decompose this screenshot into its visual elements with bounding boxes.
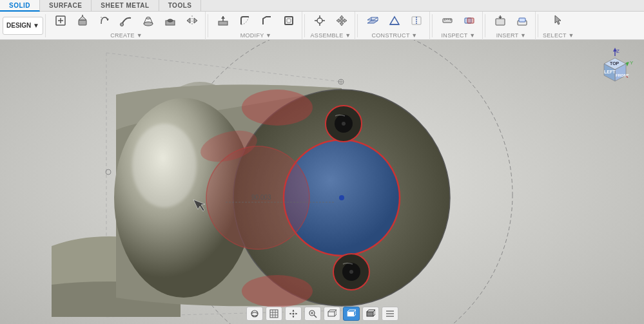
insert-mesh-btn[interactable] [490,13,511,31]
wireframe-btn[interactable] [324,307,340,321]
offset-plane-btn[interactable] [362,13,383,31]
svg-point-24 [317,18,322,23]
svg-rect-45 [496,19,505,25]
svg-marker-50 [555,15,561,24]
separator-7 [538,14,538,37]
svg-rect-23 [287,19,291,23]
fillet-icon [239,14,251,29]
inspect-label[interactable]: INSPECT ▼ [442,32,476,39]
move-btn[interactable] [331,13,352,31]
chamfer-icon [260,14,273,29]
svg-point-58 [132,124,197,207]
svg-text:TOP: TOP [610,61,620,66]
revolve-icon [98,14,111,29]
separator-5 [432,14,433,37]
interference-btn[interactable] [459,13,480,31]
pan-btn[interactable] [285,307,302,321]
svg-line-119 [347,310,349,312]
shaded-edges-btn[interactable] [362,307,379,321]
svg-point-63 [339,195,344,200]
midplane-icon [410,14,423,29]
separator-6 [485,14,485,37]
grid-btn[interactable] [266,307,282,321]
svg-text:Z: Z [616,48,620,54]
fillet-btn[interactable] [235,13,255,31]
construct-buttons [362,13,427,31]
shell-btn[interactable] [278,13,299,31]
svg-marker-104 [292,316,294,318]
display-btn[interactable] [382,307,398,321]
mirror-btn[interactable] [182,13,202,31]
shaded-edges-icon [366,309,375,318]
sweep-icon [120,14,133,29]
svg-marker-21 [221,16,225,19]
svg-rect-49 [519,18,525,22]
svg-text:LEFT: LEFT [604,70,616,74]
toolbar: SOLID SURFACE SHEET METAL TOOLS DESIGN ▼ [0,0,644,40]
create-label[interactable]: CREATE ▼ [110,32,142,39]
joint-btn[interactable] [309,13,330,31]
design-dropdown[interactable]: DESIGN ▼ [3,17,43,35]
revolve-btn[interactable] [94,13,115,31]
construct-label[interactable]: CONSTRUCT ▼ [371,32,417,39]
svg-rect-22 [285,17,293,24]
assemble-label[interactable]: ASSEMBLE ▼ [311,32,351,39]
decal-btn[interactable] [512,13,532,31]
loft-icon [142,14,155,29]
grid-icon [269,309,278,318]
status-bar [0,303,644,324]
svg-rect-3 [79,20,86,25]
create-buttons [50,13,202,31]
sweep-btn[interactable] [116,13,137,31]
shaded-btn[interactable] [343,307,360,321]
new-component-icon [54,14,67,29]
svg-rect-44 [467,18,474,23]
viewport[interactable]: 90.003 Z Y [0,40,644,324]
svg-rect-19 [219,21,228,25]
assemble-buttons [309,13,352,31]
display-icon [385,309,395,318]
offset-plane-icon [366,14,379,29]
separator-4 [357,14,358,37]
hole-icon [164,14,177,29]
extrude-icon [76,14,89,29]
extrude-btn[interactable] [72,13,93,31]
svg-marker-105 [289,313,291,315]
modify-label[interactable]: MODIFY ▼ [240,32,272,39]
loft-btn[interactable] [138,13,159,31]
chamfer-btn[interactable] [257,13,277,31]
svg-marker-88 [626,62,629,66]
tab-tools[interactable]: TOOLS [159,0,202,12]
tab-solid[interactable]: SOLID [0,0,40,12]
plane-angle-btn[interactable] [384,13,405,31]
svg-rect-98 [270,310,278,318]
pan-icon [289,309,298,318]
midplane-btn[interactable] [406,13,427,31]
select-btn[interactable] [548,13,569,31]
mirror-icon [186,14,199,29]
orbit-btn[interactable] [246,307,263,321]
hole-btn[interactable] [160,13,181,31]
plane-angle-icon [388,14,401,29]
svg-marker-17 [187,18,190,23]
new-component-btn[interactable] [50,13,71,31]
measure-btn[interactable] [437,13,458,31]
insert-label[interactable]: INSERT ▼ [496,32,527,39]
tab-sheet-metal[interactable]: SHEET METAL [92,0,159,12]
move-icon [335,14,348,29]
separator-3 [304,14,305,37]
zoom-icon [308,309,317,318]
svg-marker-34 [390,17,399,24]
separator-2 [208,14,208,37]
tab-surface[interactable]: SURFACE [40,0,92,12]
view-cube[interactable]: Z Y LEFT TOP FRONT [592,46,638,91]
svg-marker-103 [292,310,294,312]
zoom-btn[interactable] [304,307,321,321]
svg-rect-124 [367,312,373,316]
shell-icon [282,14,295,29]
press-pull-btn[interactable] [213,13,233,31]
select-label[interactable]: SELECT ▼ [543,32,574,39]
svg-point-72 [242,90,313,126]
insert-mesh-icon [494,14,507,29]
svg-point-107 [292,313,294,315]
